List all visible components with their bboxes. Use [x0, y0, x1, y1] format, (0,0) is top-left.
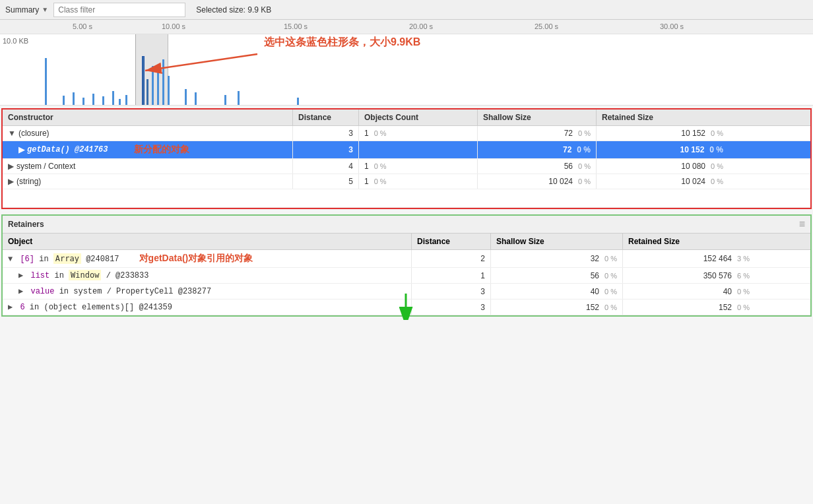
y-axis-label: 10.0 KB [3, 37, 28, 45]
cell-distance: 3 [293, 141, 359, 158]
bar [297, 98, 299, 106]
toolbar: Summary ▼ Selected size: 9.9 KB [0, 0, 813, 20]
cell-constructor: system / Context [3, 159, 293, 173]
cell-retained: 10 024 0 % [597, 174, 729, 189]
empty-row [3, 189, 810, 208]
retainers-table-header: Object Distance Shallow Size Retained Si… [3, 234, 810, 250]
retainers-annotation-cn: 对getData()对象引用的对象 [139, 253, 253, 265]
tick-6: 30.00 s [660, 22, 684, 30]
bar [238, 91, 240, 106]
col-shallow-size: Shallow Size [478, 110, 597, 125]
table-row[interactable]: ▼ (closure) (closure) 3 1 0 % 72 0 % 10 … [3, 126, 810, 141]
cell-retained: 40 0 % [623, 284, 755, 299]
expand-icon [8, 255, 13, 264]
timeline-graph[interactable]: 10.0 KB [0, 34, 813, 106]
cell-shallow: 10 024 0 % [478, 174, 597, 189]
table-row[interactable]: (string) 5 1 0 % 10 024 0 % 10 024 0 % [3, 174, 810, 189]
main-table-section: Constructor Distance Objects Count Shall… [1, 108, 812, 209]
bar [162, 59, 164, 106]
dropdown-arrow: ▼ [42, 6, 48, 13]
col-shallow-size: Shallow Size [491, 234, 623, 249]
tick-1: 5.00 s [73, 22, 92, 30]
bar [185, 89, 187, 106]
bar [195, 92, 197, 106]
selected-size-label: Selected size: 9.9 KB [196, 5, 271, 15]
cell-retained: 10 080 0 % [597, 159, 729, 173]
expand-icon [8, 303, 13, 312]
selected-bar[interactable] [142, 56, 145, 106]
cell-shallow: 152 0 % [491, 299, 623, 315]
cell-retained: 152 464 3 % [623, 250, 755, 267]
bar [82, 98, 84, 106]
cell-objects-count [359, 141, 478, 158]
cell-distance: 2 [412, 250, 491, 267]
bar [224, 95, 226, 106]
retainers-header: Retainers ≡ [3, 216, 810, 234]
retainer-row[interactable]: list in Window / @233833 1 56 0 % 350 57… [3, 268, 810, 284]
cell-objects-count: 1 0 % [359, 159, 478, 173]
retainer-row[interactable]: 6 in (object elements)[] @241359 3 152 0… [3, 299, 810, 315]
cell-shallow: 72 0 % [478, 126, 597, 141]
cell-distance: 3 [412, 299, 491, 315]
bar [125, 95, 127, 106]
cell-objects-count: 1 0 % [359, 126, 478, 141]
bar [102, 96, 104, 106]
class-filter-input[interactable] [53, 3, 185, 17]
cell-constructor: ▼ (closure) (closure) [3, 126, 293, 141]
cell-shallow: 72 0 % [478, 141, 597, 158]
expand-icon: ▶ [18, 145, 24, 154]
retainer-row[interactable]: value in system / PropertyCell @238277 3… [3, 284, 810, 299]
cell-distance: 3 [412, 284, 491, 299]
bar [152, 66, 154, 106]
annotation-new-objects: 新分配的对象 [134, 144, 189, 156]
retainer-row[interactable]: [6] in Array @240817 对getData()对象引用的对象 2… [3, 250, 810, 268]
timeline-area: 5.00 s 10.00 s 15.00 s 20.00 s 25.00 s 3… [0, 20, 813, 106]
retainers-label: Retainers [8, 220, 44, 229]
bars-container [40, 34, 813, 106]
col-retained-size: Retained Size [597, 110, 729, 125]
retainers-section: Retainers ≡ Object Distance Shallow Size… [1, 214, 812, 317]
tick-5: 25.00 s [535, 22, 558, 30]
bar [45, 58, 47, 106]
cell-distance: 4 [293, 159, 359, 173]
col-retained-size: Retained Size [623, 234, 755, 249]
bar [119, 99, 121, 106]
cell-retained: 152 0 % [623, 299, 755, 315]
bar [73, 92, 75, 106]
col-distance: Distance [293, 110, 359, 125]
summary-dropdown[interactable]: Summary ▼ [5, 5, 48, 15]
table-row[interactable]: system / Context 4 1 0 % 56 0 % 10 080 0… [3, 159, 810, 174]
cell-distance: 1 [412, 268, 491, 283]
expand-icon [8, 162, 14, 171]
cell-object: 6 in (object elements)[] @241359 [3, 299, 412, 315]
cell-constructor: ▶ getData() @241763 新分配的对象 [3, 141, 293, 158]
menu-icon[interactable]: ≡ [799, 218, 805, 230]
content-area: Constructor Distance Objects Count Shall… [0, 108, 813, 317]
bar [112, 91, 114, 106]
col-constructor: Constructor [3, 110, 293, 125]
expand-icon [18, 271, 23, 280]
cell-objects-count: 1 0 % [359, 174, 478, 189]
cell-distance: 5 [293, 174, 359, 189]
cell-retained: 10 152 0 % [597, 141, 729, 158]
cell-object: list in Window / @233833 [3, 268, 412, 283]
tick-4: 20.00 s [409, 22, 433, 30]
cell-retained: 10 152 0 % [597, 126, 729, 141]
bar [157, 69, 159, 106]
cell-shallow: 40 0 % [491, 284, 623, 299]
bar [146, 79, 148, 106]
summary-label: Summary [5, 5, 39, 15]
expand-icon [8, 129, 16, 138]
col-object: Object [3, 234, 412, 249]
cell-object: value in system / PropertyCell @238277 [3, 284, 412, 299]
cell-shallow: 56 0 % [478, 159, 597, 173]
timeline-ruler: 5.00 s 10.00 s 15.00 s 20.00 s 25.00 s 3… [0, 20, 813, 34]
table-row[interactable]: ▶ getData() @241763 新分配的对象 3 72 0 % 10 1… [3, 141, 810, 159]
cell-shallow: 56 0 % [491, 268, 623, 283]
bar [92, 94, 94, 106]
cell-object: [6] in Array @240817 对getData()对象引用的对象 [3, 250, 412, 267]
tick-2: 10.00 s [162, 22, 185, 30]
expand-icon [18, 287, 23, 296]
cell-shallow: 32 0 % [491, 250, 623, 267]
expand-icon [8, 177, 14, 186]
